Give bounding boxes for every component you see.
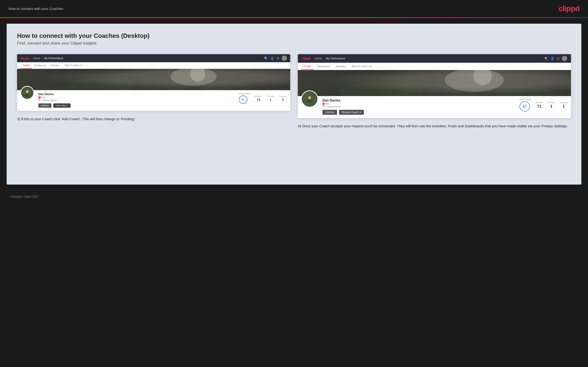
svg-point-15 [308,96,311,99]
tab-profile-left[interactable]: Profile [20,62,32,69]
sc-logo-right: clippd [302,57,311,60]
sc-navbar-left: clippd Home My Performance 🔍 👤 ⚙ [17,54,290,62]
sc-profile-area-left: Dan Davies ✓ Pro 📍 United Kingdom Unfoll… [17,90,290,111]
sc-banner-img-right [298,70,571,96]
svg-rect-17 [309,99,311,101]
unfollow-button-left[interactable]: Unfollow [38,103,52,108]
sc-location-left: 📍 United Kingdom [38,99,234,101]
sc-quality-value-right: 97 [519,101,530,112]
sc-tabs-left: Profile Dashboard Activities What To Wor… [17,62,290,69]
sc-user-badge-left: ✓ Pro [38,96,234,99]
sc-navbar-right: clippd Home My Performance 🔍 👤 ⚙ [298,54,571,63]
divider [0,17,588,18]
sc-user-badge-right: ✓ Pro [322,103,515,105]
sc-avatar-left [20,86,34,100]
sc-location-right: 📍 United Kingdom [322,106,515,108]
screenshot-frame-left: clippd Home My Performance 🔍 👤 ⚙ Profile… [17,54,290,111]
sc-banner-img-left [17,69,290,90]
sc-stat-following-label-left: Following [279,95,287,97]
sc-location-text-right: United Kingdom [326,106,341,108]
top-bar: How to connect with your Coaches clippd [0,0,588,17]
location-icon-right: 📍 [322,106,325,108]
sc-stat-quality-label-right: Player Quality [519,99,531,100]
page-heading: How to connect with your Coaches (Deskto… [17,32,571,40]
sc-stat-following-right: Following 1 [560,101,568,108]
sc-nav-home-left[interactable]: Home [33,57,40,60]
tab-activities-left[interactable]: Activities [48,62,62,69]
tab-dashboard-left[interactable]: Dashboard [32,62,48,69]
sc-stat-quality-left: Player Quality 97 [239,92,251,104]
sc-stat-following-left: Following 1 [279,95,287,101]
sc-stat-followers-right: Followers 1 [547,101,555,108]
sc-tabs-right: Profile Dashboard Activities What To Wor… [298,63,571,70]
tab-whattoworkon-right[interactable]: What To Work On [348,63,375,70]
tab-whattoworkon-left[interactable]: What To Work On [62,62,86,69]
svg-rect-8 [26,93,28,95]
unfollow-button-right[interactable]: Unfollow [322,110,337,115]
sc-stat-followers-label-left: Followers [267,95,275,97]
page-title: How to connect with your Coaches [9,7,63,11]
svg-point-6 [26,90,29,93]
add-coach-button[interactable]: Add Coach + [53,103,71,108]
sc-stat-followers-value-right: 1 [547,104,555,108]
avatar-icon-left[interactable] [282,56,287,61]
screenshots-row: clippd Home My Performance 🔍 👤 ⚙ Profile… [17,54,571,129]
sc-stat-activities-value-right: 71 [536,104,543,108]
screenshot-col-left: clippd Home My Performance 🔍 👤 ⚙ Profile… [17,54,290,122]
sc-banner-left [17,69,290,90]
tab-activities-right[interactable]: Activities [333,63,348,70]
person-icon-left[interactable]: 👤 [270,57,274,60]
sc-pro-label-right: Pro [326,103,329,105]
sc-stat-activities-value-left: 71 [255,98,262,101]
sc-stat-quality-right: Player Quality 97 [519,99,531,112]
copyright-text: Copyright Clippd 2022 [10,195,39,198]
screenshot-frame-right: clippd Home My Performance 🔍 👤 ⚙ Profile… [298,54,571,118]
sc-stat-activities-label-left: Activities [255,95,262,97]
sc-stat-activities-left: Activities 71 [255,95,262,101]
settings-icon-left[interactable]: ⚙ [277,57,279,60]
badge-dot-left: ✓ [38,96,41,99]
footer: Copyright Clippd 2022 [0,191,588,202]
tab-profile-right[interactable]: Profile [301,63,314,70]
sc-user-info-left: Dan Davies ✓ Pro 📍 United Kingdom Unfoll… [38,92,234,108]
x-icon-right: ✕ [359,111,361,114]
sc-pro-label-left: Pro [42,96,45,99]
sc-nav-myperformance-right[interactable]: My Performance [326,57,346,60]
sc-avatar-right [301,90,318,108]
sc-user-info-right: Dan Davies ✓ Pro 📍 United Kingdom Unfoll… [322,99,515,115]
remove-coach-button[interactable]: Remove Coach ✕ [339,110,364,115]
sc-stat-following-value-left: 1 [279,98,287,101]
sc-stats-right: Player Quality 97 Activities 71 Follower… [519,99,568,112]
sc-buttons-right: Unfollow Remove Coach ✕ [322,110,515,115]
sc-stat-followers-label-right: Followers [547,101,555,104]
caption-right: 4) Once your Coach accepts your request … [298,123,571,129]
plus-icon-left: + [67,104,68,107]
sc-stat-followers-value-left: 1 [267,98,275,101]
main-content: How to connect with your Coaches (Deskto… [7,24,581,184]
sc-stat-quality-label-left: Player Quality [239,92,251,95]
search-icon-left[interactable]: 🔍 [264,57,268,60]
sc-stat-followers-left: Followers 1 [267,95,275,101]
sc-stat-following-label-right: Following [560,101,568,104]
sc-profile-area-right: Dan Davies ✓ Pro 📍 United Kingdom Unfoll… [298,96,571,118]
clippd-logo: clippd [559,4,579,13]
page-subheading: Find, connect and share your Clippd insi… [17,41,571,46]
sc-location-text-left: United Kingdom [42,99,57,101]
sc-logo-left: clippd [20,57,29,60]
person-icon-right[interactable]: 👤 [551,57,554,60]
sc-nav-icons-right: 🔍 👤 ⚙ [545,56,567,61]
badge-dot-right: ✓ [322,103,325,105]
screenshot-col-right: clippd Home My Performance 🔍 👤 ⚙ Profile… [298,54,571,129]
tab-dashboard-right[interactable]: Dashboard [314,63,333,70]
sc-nav-myperformance-left[interactable]: My Performance [44,57,63,60]
sc-buttons-left: Unfollow Add Coach + [38,103,234,108]
search-icon-right[interactable]: 🔍 [545,57,548,60]
sc-nav-home-right[interactable]: Home [315,57,322,60]
avatar-icon-right[interactable] [562,56,567,61]
sc-quality-value-left: 97 [239,95,247,104]
sc-banner-right [298,70,571,96]
sc-stat-activities-right: Activities 71 [536,101,543,108]
settings-icon-right[interactable]: ⚙ [557,57,560,60]
sc-stats-left: Player Quality 97 Activities 71 Follower… [239,92,287,104]
sc-user-name-left: Dan Davies [38,92,234,96]
